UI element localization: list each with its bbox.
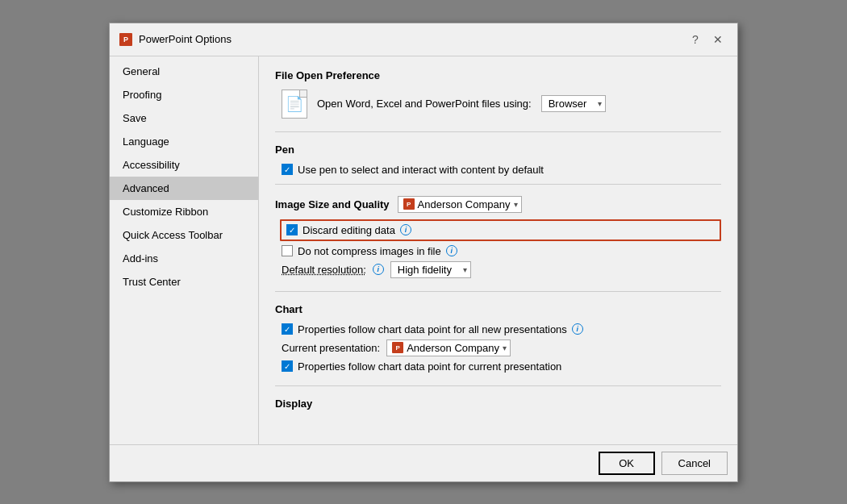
- default-res-info-icon[interactable]: i: [373, 264, 384, 275]
- use-pen-label: Use pen to select and interact with cont…: [298, 164, 544, 176]
- props-all-checkbox[interactable]: ✓: [282, 323, 293, 335]
- pen-section: Pen ✓ Use pen to select and interact wit…: [275, 144, 721, 176]
- chart-title: Chart: [275, 303, 721, 315]
- dialog-footer: OK Cancel: [110, 444, 737, 481]
- current-pres-dropdown-value: Anderson Company: [407, 342, 499, 354]
- sidebar-item-accessibility[interactable]: Accessibility: [110, 153, 258, 177]
- title-bar-left: P PowerPoint Options: [119, 33, 232, 46]
- sidebar: General Proofing Save Language Accessibi…: [110, 56, 259, 444]
- default-res-dropdown-value: High fidelity: [398, 264, 452, 276]
- divider-3: [275, 291, 721, 292]
- main-content: File Open Preference 📄 Open Word, Excel …: [259, 56, 737, 444]
- image-quality-section: Image Size and Quality P Anderson Compan…: [275, 196, 721, 278]
- sidebar-item-advanced[interactable]: Advanced: [110, 177, 258, 200]
- ppt-mini-icon-1: P: [403, 198, 415, 210]
- current-pres-dropdown-arrow: ▾: [503, 344, 507, 352]
- default-res-label: Default resolution:: [282, 264, 366, 276]
- sidebar-item-quick-access[interactable]: Quick Access Toolbar: [110, 223, 258, 247]
- sidebar-item-proofing[interactable]: Proofing: [110, 83, 258, 106]
- default-res-row: Default resolution: i High fidelity ▾: [282, 261, 721, 278]
- discard-editing-checkbox[interactable]: ✓: [286, 224, 298, 235]
- default-res-dropdown[interactable]: High fidelity ▾: [390, 261, 471, 278]
- dialog-title: PowerPoint Options: [139, 33, 232, 45]
- title-bar: P PowerPoint Options ? ✕: [110, 23, 737, 56]
- file-open-label: Open Word, Excel and PowerPoint files us…: [317, 98, 532, 110]
- browser-dropdown-value: Browser: [549, 98, 587, 110]
- default-res-dropdown-arrow: ▾: [463, 265, 467, 274]
- image-quality-dropdown-value: Anderson Company: [418, 198, 511, 210]
- divider-2: [275, 184, 721, 185]
- discard-editing-row: ✓ Discard editing data i: [280, 219, 721, 241]
- divider-1: [275, 131, 721, 132]
- no-compress-checkbox[interactable]: [282, 245, 293, 256]
- current-pres-dropdown[interactable]: P Anderson Company ▾: [386, 339, 511, 356]
- current-pres-label: Current presentation:: [282, 342, 380, 354]
- discard-editing-label: Discard editing data: [302, 224, 395, 236]
- browser-dropdown[interactable]: Browser ▾: [541, 95, 606, 112]
- image-quality-dropdown-arrow: ▾: [514, 200, 518, 209]
- discard-info-icon[interactable]: i: [400, 224, 411, 235]
- props-current-row: ✓ Properties follow chart data point for…: [282, 360, 721, 373]
- image-quality-header: Image Size and Quality P Anderson Compan…: [275, 196, 721, 213]
- sidebar-item-save[interactable]: Save: [110, 106, 258, 130]
- sidebar-item-general[interactable]: General: [110, 60, 258, 83]
- no-compress-row: Do not compress images in file i: [282, 245, 721, 257]
- file-open-row: 📄 Open Word, Excel and PowerPoint files …: [282, 90, 721, 119]
- props-all-row: ✓ Properties follow chart data point for…: [282, 323, 721, 335]
- display-title: Display: [275, 398, 721, 410]
- chart-section: Chart ✓ Properties follow chart data poi…: [275, 303, 721, 373]
- props-all-label: Properties follow chart data point for a…: [298, 323, 567, 335]
- no-compress-label: Do not compress images in file: [298, 245, 441, 257]
- divider-4: [275, 385, 721, 386]
- image-quality-title: Image Size and Quality: [275, 198, 390, 210]
- no-compress-info-icon[interactable]: i: [446, 245, 457, 256]
- sidebar-item-add-ins[interactable]: Add-ins: [110, 247, 258, 270]
- ok-button[interactable]: OK: [599, 452, 655, 475]
- powerpoint-options-dialog: P PowerPoint Options ? ✕ General Proofin…: [109, 23, 738, 482]
- props-current-checkbox[interactable]: ✓: [282, 360, 293, 372]
- ppt-mini-icon-2: P: [392, 342, 403, 353]
- title-bar-controls: ? ✕: [686, 30, 728, 49]
- use-pen-row: ✓ Use pen to select and interact with co…: [282, 164, 721, 176]
- use-pen-checkbox[interactable]: ✓: [282, 164, 293, 175]
- browser-dropdown-arrow: ▾: [598, 99, 602, 108]
- file-document-icon: 📄: [282, 90, 307, 119]
- app-icon: P: [119, 33, 132, 46]
- props-current-label: Properties follow chart data point for c…: [298, 360, 561, 373]
- sidebar-item-customize-ribbon[interactable]: Customize Ribbon: [110, 200, 258, 223]
- props-all-info-icon[interactable]: i: [572, 323, 583, 335]
- dialog-body: General Proofing Save Language Accessibi…: [110, 56, 737, 444]
- image-quality-dropdown[interactable]: P Anderson Company ▾: [398, 196, 522, 213]
- file-open-section: File Open Preference 📄 Open Word, Excel …: [275, 69, 721, 119]
- help-button[interactable]: ?: [686, 30, 705, 49]
- sidebar-item-language[interactable]: Language: [110, 130, 258, 153]
- current-pres-row: Current presentation: P Anderson Company…: [282, 339, 721, 356]
- content-scroll[interactable]: File Open Preference 📄 Open Word, Excel …: [259, 56, 737, 444]
- pen-title: Pen: [275, 144, 721, 156]
- file-open-title: File Open Preference: [275, 69, 721, 81]
- display-section: Display: [275, 398, 721, 410]
- close-button[interactable]: ✕: [708, 30, 728, 49]
- cancel-button[interactable]: Cancel: [661, 452, 728, 475]
- sidebar-item-trust-center[interactable]: Trust Center: [110, 270, 258, 294]
